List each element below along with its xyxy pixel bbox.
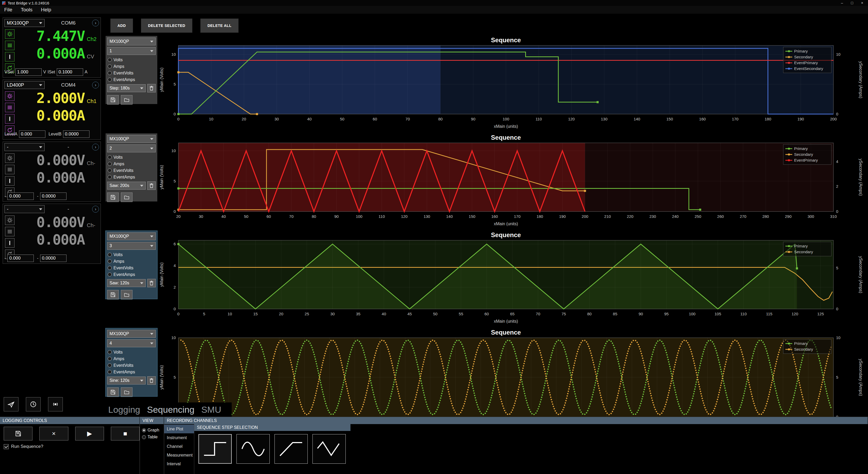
recording-row-measurement[interactable]: Measurement [164,451,194,460]
field2-input[interactable] [57,68,83,76]
field1-input[interactable] [19,130,45,138]
sequence-chart-1[interactable]: 0102030405060708090100110120130140150160… [158,36,863,131]
sequence-model-select[interactable]: MX100QP [107,330,156,338]
display-menu-button[interactable] [5,41,14,50]
radio-eventamps[interactable]: EventAmps [108,76,156,83]
delete-step-button[interactable] [147,376,156,385]
discard-log-button[interactable]: × [39,427,68,441]
expand-button[interactable]: › [92,82,99,88]
save-step-button[interactable] [107,95,119,105]
stop-logging-button[interactable]: ■ [111,427,140,441]
recording-row-channel[interactable]: Channel [164,442,194,451]
sine-waveform-button[interactable] [237,434,270,464]
load-step-button[interactable] [121,290,132,299]
recording-row-line-plot[interactable]: Line Plot [164,425,194,433]
radio-eventamps[interactable]: EventAmps [108,368,156,375]
instrument-model-select[interactable]: MX100QP [4,19,44,27]
field1-input[interactable] [7,192,34,200]
sequence-index-select[interactable]: 1 [107,47,156,55]
radio-eventamps[interactable]: EventAmps [108,174,156,180]
tab-sequencing[interactable]: Sequencing [147,405,194,415]
sequence-step-panel-2[interactable]: MX100QP 2 Volts Amps EventVolts EventAmp… [105,134,157,202]
view-graph-radio[interactable]: Graph [142,427,164,434]
sequence-index-select[interactable]: 2 [107,144,156,152]
view-table-radio[interactable]: Table [142,434,164,441]
sequence-index-select[interactable]: 3 [107,242,156,250]
sequence-model-select[interactable]: MX100QP [107,37,156,46]
waveform-select[interactable]: Sine: 120s [107,377,146,384]
expand-button[interactable]: › [92,20,99,26]
waveform-select[interactable]: Saw: 120s [107,279,146,287]
display-menu-button[interactable] [5,165,14,174]
output-toggle-button[interactable] [5,52,14,62]
instrument-model-select[interactable]: - [4,143,44,151]
minimize-button[interactable]: – [841,1,843,5]
send-button[interactable] [4,397,19,411]
instrument-model-select[interactable]: LD400P [4,81,44,89]
load-step-button[interactable] [121,95,132,105]
tab-smu[interactable]: SMU [202,405,221,415]
step-waveform-button[interactable] [198,434,232,464]
sequence-model-select[interactable]: MX100QP [107,232,156,240]
radio-eventvolts[interactable]: EventVolts [108,362,156,368]
field2-input[interactable] [40,192,66,200]
maximize-button[interactable]: □ [851,1,853,5]
instrument-model-select[interactable]: - [4,205,44,213]
triangle-waveform-button[interactable] [312,434,346,464]
delete-selected-button[interactable]: DELETE SELECTED [141,19,192,33]
save-step-button[interactable] [107,290,119,299]
ramp-waveform-button[interactable] [275,434,308,464]
radio-volts[interactable]: Volts [108,349,156,355]
radio-amps[interactable]: Amps [108,160,156,167]
settings-button[interactable] [5,153,14,163]
radio-eventvolts[interactable]: EventVolts [108,70,156,76]
connection-button[interactable] [48,397,63,411]
sequence-step-panel-3[interactable]: MX100QP 3 Volts Amps EventVolts EventAmp… [105,231,157,299]
field1-input[interactable] [7,255,34,262]
field2-input[interactable] [40,255,66,262]
radio-volts[interactable]: Volts [108,154,156,160]
add-button[interactable]: ADD [110,19,133,33]
radio-amps[interactable]: Amps [108,355,156,362]
settings-button[interactable] [5,91,14,101]
radio-amps[interactable]: Amps [108,258,156,265]
radio-eventvolts[interactable]: EventVolts [108,265,156,271]
radio-amps[interactable]: Amps [108,63,156,70]
menu-help[interactable]: Help [37,7,55,13]
radio-volts[interactable]: Volts [108,57,156,63]
save-step-button[interactable] [107,192,119,202]
delete-step-button[interactable] [147,279,156,287]
load-step-button[interactable] [121,192,132,202]
radio-eventvolts[interactable]: EventVolts [108,167,156,174]
waveform-select[interactable]: Step: 180s [107,84,146,92]
sequence-step-panel-1[interactable]: MX100QP 1 Volts Amps EventVolts EventAmp… [105,36,157,104]
delete-step-button[interactable] [147,84,156,92]
display-menu-button[interactable] [5,103,14,112]
sequence-chart-2[interactable]: 2030405060708090100110120130140150160170… [158,134,863,229]
run-sequence-checkbox[interactable] [4,444,9,449]
start-logging-button[interactable]: ▶ [75,427,104,441]
sequence-index-select[interactable]: 4 [107,339,156,347]
output-toggle-button[interactable] [5,238,14,248]
sequence-step-panel-4[interactable]: MX100QP 4 Volts Amps EventVolts EventAmp… [105,328,157,396]
settings-button[interactable] [5,215,14,225]
output-toggle-button[interactable] [5,114,14,124]
history-button[interactable] [26,397,41,411]
radio-volts[interactable]: Volts [108,251,156,258]
delete-step-button[interactable] [147,181,156,190]
menu-file[interactable]: File [0,7,17,13]
output-toggle-button[interactable] [5,176,14,186]
expand-button[interactable]: › [92,144,99,150]
delete-all-button[interactable]: DELETE ALL [200,19,239,33]
expand-button[interactable]: › [92,206,99,213]
load-step-button[interactable] [121,387,132,397]
recording-row-instrument[interactable]: Instrument [164,433,194,442]
waveform-select[interactable]: Saw: 200s [107,182,146,189]
sequence-model-select[interactable]: MX100QP [107,135,156,143]
save-log-button[interactable] [4,427,32,441]
settings-button[interactable] [5,29,14,39]
radio-eventamps[interactable]: EventAmps [108,271,156,278]
display-menu-button[interactable] [5,227,14,236]
menu-tools[interactable]: Tools [17,7,37,13]
recording-row-interval[interactable]: Interval [164,460,194,468]
